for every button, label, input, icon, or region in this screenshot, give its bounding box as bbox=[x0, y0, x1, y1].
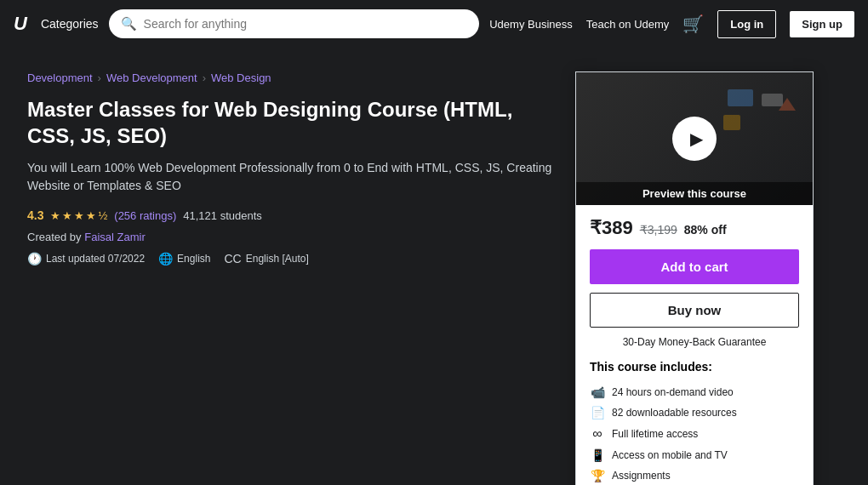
course-subtitle: You will Learn 100% Web Development Prof… bbox=[27, 159, 555, 195]
svg-rect-1 bbox=[762, 94, 783, 106]
video-icon: 📹 bbox=[590, 385, 605, 399]
download-icon: 📄 bbox=[590, 406, 605, 419]
buy-now-button[interactable]: Buy now bbox=[590, 293, 799, 328]
teach-link[interactable]: Teach on Udemy bbox=[586, 18, 670, 31]
creator-row: Created by Faisal Zamir bbox=[27, 231, 555, 243]
hero-section: Development › Web Development › Web Desi… bbox=[0, 48, 868, 485]
caption-text: English [Auto] bbox=[246, 253, 309, 265]
search-icon: 🔍 bbox=[121, 16, 137, 31]
breadcrumb-webdesign[interactable]: Web Design bbox=[211, 71, 271, 84]
breadcrumb: Development › Web Development › Web Desi… bbox=[27, 71, 555, 84]
cart-icon[interactable]: 🛒 bbox=[682, 14, 704, 34]
categories-button[interactable]: Categories bbox=[41, 17, 99, 31]
course-title: Master Classes for Web Designing Course … bbox=[27, 96, 555, 149]
signup-button[interactable]: Sign up bbox=[790, 11, 854, 37]
preview-label: Preview this course bbox=[576, 182, 813, 205]
breadcrumb-development[interactable]: Development bbox=[27, 71, 93, 84]
breadcrumb-webdev[interactable]: Web Development bbox=[106, 71, 197, 84]
mobile-icon: 📱 bbox=[590, 448, 605, 462]
price-original: ₹3,199 bbox=[640, 223, 677, 237]
logo: U bbox=[14, 13, 27, 35]
svg-rect-2 bbox=[723, 115, 740, 130]
star-1: ★ bbox=[50, 209, 60, 222]
udemy-business-link[interactable]: Udemy Business bbox=[489, 18, 573, 31]
list-item: 🏆Assignments bbox=[590, 465, 799, 485]
language-text: English bbox=[177, 253, 210, 265]
video-thumbnail[interactable]: Preview this course bbox=[576, 72, 813, 205]
star-4: ★ bbox=[86, 209, 96, 222]
discount-badge: 88% off bbox=[684, 223, 727, 237]
includes-title: This course includes: bbox=[590, 360, 799, 374]
hero-left: Development › Web Development › Web Desi… bbox=[27, 71, 555, 485]
play-button[interactable] bbox=[672, 117, 717, 161]
caption-meta: CC English [Auto] bbox=[224, 252, 308, 265]
breadcrumb-sep1: › bbox=[98, 71, 101, 84]
includes-list: 📹24 hours on-demand video 📄82 downloadab… bbox=[590, 382, 799, 485]
card-body: ₹389 ₹3,199 88% off Add to cart Buy now … bbox=[576, 205, 813, 485]
search-bar[interactable]: 🔍 bbox=[109, 9, 480, 38]
stars: ★ ★ ★ ★ ½ bbox=[50, 209, 107, 222]
trophy-icon: 🏆 bbox=[590, 469, 605, 482]
login-button[interactable]: Log in bbox=[717, 10, 776, 38]
search-input[interactable] bbox=[144, 17, 468, 31]
header-right: Udemy Business Teach on Udemy 🛒 Log in S… bbox=[489, 10, 854, 38]
deco-graphic bbox=[719, 81, 796, 140]
last-updated-text: Last updated 07/2022 bbox=[46, 253, 145, 265]
list-item: ∞Full lifetime access bbox=[590, 423, 799, 445]
instructor-link[interactable]: Faisal Zamir bbox=[84, 231, 146, 243]
clock-icon: 🕐 bbox=[27, 252, 42, 265]
created-label: Created by bbox=[27, 231, 82, 243]
list-item: 📄82 downloadable resources bbox=[590, 402, 799, 423]
rating-number: 4.3 bbox=[27, 208, 43, 222]
add-to-cart-button[interactable]: Add to cart bbox=[590, 249, 799, 284]
star-3: ★ bbox=[74, 209, 84, 222]
meta-row: 🕐 Last updated 07/2022 🌐 English CC Engl… bbox=[27, 252, 555, 265]
rating-count[interactable]: (256 ratings) bbox=[114, 209, 176, 222]
students-count: 41,121 students bbox=[183, 209, 262, 222]
svg-rect-0 bbox=[728, 89, 753, 106]
infinity-icon: ∞ bbox=[590, 426, 605, 442]
cc-icon: CC bbox=[224, 252, 241, 265]
globe-icon: 🌐 bbox=[158, 252, 173, 265]
header: U Categories 🔍 Udemy Business Teach on U… bbox=[0, 0, 868, 48]
last-updated: 🕐 Last updated 07/2022 bbox=[27, 252, 145, 265]
price-row: ₹389 ₹3,199 88% off bbox=[590, 217, 799, 239]
video-card: Preview this course ₹389 ₹3,199 88% off … bbox=[575, 71, 814, 485]
price-current: ₹389 bbox=[590, 217, 633, 239]
star-2: ★ bbox=[62, 209, 72, 222]
rating-row: 4.3 ★ ★ ★ ★ ½ (256 ratings) 41,121 stude… bbox=[27, 208, 555, 222]
guarantee-text: 30-Day Money-Back Guarantee bbox=[590, 336, 799, 348]
breadcrumb-sep2: › bbox=[203, 71, 206, 84]
star-half: ½ bbox=[98, 209, 107, 222]
list-item: 📱Access on mobile and TV bbox=[590, 445, 799, 465]
language-meta: 🌐 English bbox=[158, 252, 210, 265]
list-item: 📹24 hours on-demand video bbox=[590, 382, 799, 402]
